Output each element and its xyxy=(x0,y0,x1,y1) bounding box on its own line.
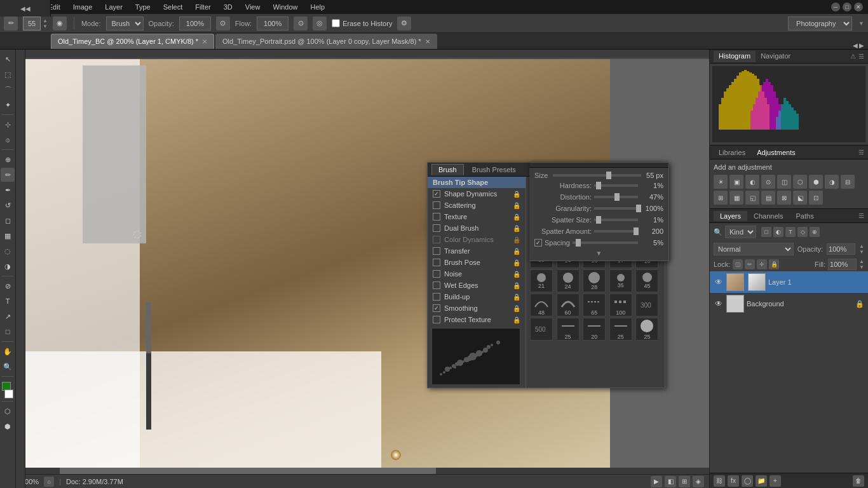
shape-dynamics-item[interactable]: Shape Dynamics 🔒 xyxy=(428,188,526,200)
canvas-btn-1[interactable]: ▶ xyxy=(651,476,662,487)
gradient-tool[interactable]: ▦ xyxy=(1,229,15,243)
link-layers-btn[interactable]: ⛓ xyxy=(714,475,725,487)
brush-size-input[interactable]: 55 xyxy=(23,17,41,30)
brush-pose-checkbox[interactable] xyxy=(433,259,440,266)
background-layer-visibility[interactable]: 👁 xyxy=(714,299,724,309)
black-white-icon[interactable]: ◑ xyxy=(825,175,839,189)
color-swatches[interactable] xyxy=(1,382,15,398)
text-tool[interactable]: T xyxy=(1,294,15,308)
texture-item[interactable]: Texture 🔒 xyxy=(428,211,526,222)
healing-tool[interactable]: ⊕ xyxy=(1,152,15,166)
history-brush[interactable]: ↺ xyxy=(1,198,15,212)
crop-tool[interactable]: ⊹ xyxy=(1,118,15,132)
noise-item[interactable]: Noise 🔒 xyxy=(428,268,526,280)
flow-input[interactable] xyxy=(257,17,288,30)
erase-history-checkbox[interactable] xyxy=(332,19,340,27)
histogram-tab[interactable]: Histogram xyxy=(714,51,756,62)
lasso-tool[interactable]: ⌒ xyxy=(1,83,15,97)
levels-icon[interactable]: ▣ xyxy=(729,175,743,189)
layers-tab-channels[interactable]: Channels xyxy=(747,211,789,221)
airbrush-icon[interactable]: ◎ xyxy=(313,17,327,30)
smoothing-item[interactable]: Smoothing 🔒 xyxy=(428,302,526,314)
new-layer-btn[interactable]: + xyxy=(770,475,781,487)
menu-window[interactable]: Window xyxy=(270,2,300,12)
pen-tool[interactable]: ⊘ xyxy=(1,279,15,293)
brush-grid-scrollbar-thumb[interactable] xyxy=(146,302,151,353)
magic-wand-tool[interactable]: ✦ xyxy=(1,98,15,112)
granularity-slider[interactable] xyxy=(594,207,638,210)
canvas-btn-3[interactable]: ⊞ xyxy=(679,476,690,487)
transfer-item[interactable]: Transfer 🔒 xyxy=(428,245,526,257)
brush-cell-special-5[interactable]: 300 xyxy=(635,294,658,316)
color-dynamics-checkbox[interactable] xyxy=(433,236,440,243)
filter-shape-icon[interactable]: ◇ xyxy=(797,227,808,237)
blend-mode-select[interactable]: Normal xyxy=(714,243,794,255)
clone-tool[interactable]: ✒ xyxy=(1,183,15,197)
histogram-options[interactable]: ⚠ ☰ xyxy=(850,53,864,60)
spacing-handle[interactable] xyxy=(576,239,581,247)
document-tab-1[interactable]: Old_Timey_BC @ 200% (Layer 1, CMYK/8) * … xyxy=(51,34,214,49)
distortion-handle[interactable] xyxy=(614,193,620,201)
texture-checkbox[interactable] xyxy=(433,213,440,220)
navigator-tab[interactable]: Navigator xyxy=(756,51,796,62)
menu-select[interactable]: Select xyxy=(161,2,186,12)
wet-edges-checkbox[interactable] xyxy=(433,281,440,289)
channel-mixer-icon[interactable]: ⊞ xyxy=(714,191,728,205)
vibrance-icon[interactable]: ◫ xyxy=(777,175,791,189)
photo-filter-icon[interactable]: ⊟ xyxy=(841,175,855,189)
horizontal-scrollbar[interactable] xyxy=(25,468,709,474)
tab-1-close[interactable]: ✕ xyxy=(202,38,207,45)
brush-cell-35[interactable]: 35 xyxy=(609,269,632,292)
workspace-select[interactable]: Photography xyxy=(788,17,852,30)
size-slider-handle[interactable] xyxy=(606,172,611,179)
brush-cell-special-6[interactable]: 500 xyxy=(530,318,553,341)
tab-navigation[interactable]: ◀ ▶ xyxy=(849,42,868,49)
scattering-item[interactable]: Scattering 🔒 xyxy=(428,200,526,211)
gradient-map-icon[interactable]: ⬕ xyxy=(793,191,807,205)
brush-cell-24[interactable]: 24 xyxy=(557,269,580,292)
filter-type-icon[interactable]: T xyxy=(785,227,796,237)
exposure-icon[interactable]: ⊙ xyxy=(761,175,775,189)
spatter-amount-handle[interactable] xyxy=(634,227,639,235)
layers-kind-filter[interactable]: Kind xyxy=(725,226,756,238)
threshold-icon[interactable]: ⊠ xyxy=(777,191,791,205)
brush-cell-special-4[interactable]: 100 xyxy=(609,294,632,316)
dual-brush-item[interactable]: Dual Brush 🔒 xyxy=(428,222,526,234)
brush-cell-special-7[interactable]: 25 xyxy=(557,318,580,341)
layer-filter-icons[interactable]: □ ◐ T ◇ ⊕ xyxy=(761,227,820,237)
document-tab-2[interactable]: Old_Timey_Portrait.psd @ 100% (Layer 0 c… xyxy=(215,34,437,49)
canvas-btn-2[interactable]: ◧ xyxy=(665,476,676,487)
opacity-pressure-icon[interactable]: ⊙ xyxy=(216,17,230,30)
zoom-indicator[interactable]: ⌂ xyxy=(44,477,54,487)
granularity-handle[interactable] xyxy=(636,205,641,212)
spacing-slider[interactable] xyxy=(573,241,638,244)
brush-tab-brush[interactable]: Brush xyxy=(431,164,464,175)
layers-panel-menu-icon[interactable]: ☰ xyxy=(858,212,864,219)
layer-1-item[interactable]: 👁 Layer 1 xyxy=(710,271,868,293)
brush-grid-scrollbar[interactable] xyxy=(146,302,151,430)
close-button[interactable]: ✕ xyxy=(854,3,863,11)
shape-dynamics-checkbox[interactable] xyxy=(433,190,440,198)
brush-tool[interactable]: ✏ xyxy=(1,168,15,182)
menu-help[interactable]: Help xyxy=(308,2,328,12)
noise-checkbox[interactable] xyxy=(433,270,440,278)
menu-3d[interactable]: 3D xyxy=(221,2,235,12)
zoom-tool[interactable]: 🔍 xyxy=(1,360,15,374)
window-controls[interactable]: ─ □ ✕ xyxy=(831,3,863,11)
size-slider[interactable] xyxy=(553,174,641,177)
flow-pressure-icon[interactable]: ⊙ xyxy=(294,17,308,30)
brush-tip-shape-item[interactable]: Brush Tip Shape xyxy=(428,177,526,188)
screen-mode[interactable]: ⬢ xyxy=(1,419,15,433)
tab-2-close[interactable]: ✕ xyxy=(425,38,430,45)
lock-transparent-icon[interactable]: ◫ xyxy=(733,259,743,269)
transfer-checkbox[interactable] xyxy=(433,247,440,255)
dual-brush-checkbox[interactable] xyxy=(433,224,440,232)
spatter-size-handle[interactable] xyxy=(596,216,601,224)
smoothing-checkbox[interactable] xyxy=(433,304,440,312)
selective-color-icon[interactable]: ⊡ xyxy=(809,191,823,205)
lock-all-icon[interactable]: 🔒 xyxy=(769,259,779,269)
adjustment-icons-grid[interactable]: ☀ ▣ ◐ ⊙ ◫ ⬡ ⬢ ◑ ⊟ ⊞ ▦ ◱ ▤ ⊠ ⬕ ⊡ xyxy=(714,175,864,205)
minimize-button[interactable]: ─ xyxy=(831,3,840,11)
brush-tab-presets[interactable]: Brush Presets xyxy=(465,164,523,175)
hue-sat-icon[interactable]: ⬡ xyxy=(793,175,807,189)
